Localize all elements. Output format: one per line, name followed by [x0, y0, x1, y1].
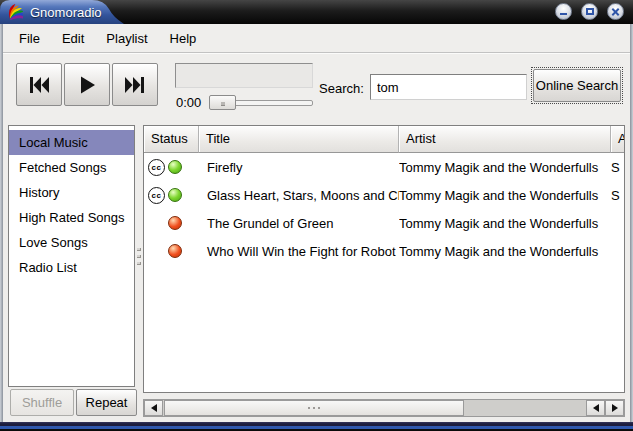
song-status-cell: cc — [144, 187, 199, 204]
column-header-album[interactable]: Album — [611, 126, 624, 153]
horizontal-scrollbar[interactable] — [143, 399, 625, 417]
arrow-left-icon — [151, 404, 157, 412]
search-label: Search: — [319, 81, 364, 96]
window-frame-left — [0, 24, 3, 422]
window-title: Gnomoradio — [30, 5, 102, 20]
song-table: Status Title Artist Album cc Firefly Tom… — [143, 125, 625, 393]
creative-commons-icon: cc — [148, 159, 165, 176]
arrow-left-icon — [593, 404, 599, 412]
elapsed-time-label: 0:00 — [176, 95, 201, 110]
minimize-icon — [560, 13, 567, 15]
splitter-grip-icon — [137, 262, 141, 265]
menu-help[interactable]: Help — [159, 26, 208, 51]
previous-button[interactable] — [16, 63, 62, 106]
song-row[interactable]: cc Glass Heart, Stars, Moons and Cl Tomm… — [144, 181, 624, 209]
creative-commons-icon: cc — [148, 187, 165, 204]
song-row[interactable]: The Grundel of Green Tommy Magik and the… — [144, 209, 624, 237]
song-album-cell: S — [611, 160, 624, 175]
thumb-grip-icon — [318, 407, 320, 409]
maximize-icon — [586, 8, 594, 15]
playlist-sidebar: Local Music Fetched Songs History High R… — [8, 125, 135, 387]
arrow-right-icon — [612, 404, 618, 412]
status-red-icon — [168, 244, 182, 258]
scroll-right-button[interactable] — [605, 400, 624, 416]
sidebar-item-love-songs[interactable]: Love Songs — [9, 230, 134, 255]
song-title-cell: Firefly — [199, 160, 399, 175]
status-green-icon — [168, 160, 182, 174]
song-status-cell — [144, 244, 199, 258]
sidebar-item-history[interactable]: History — [9, 180, 134, 205]
song-status-cell: cc — [144, 159, 199, 176]
repeat-button[interactable]: Repeat — [76, 389, 137, 416]
titlebar-tab: Gnomoradio — [0, 0, 124, 24]
song-artist-cell: Tommy Magik and the Wonderfulls — [399, 216, 611, 231]
window-controls — [555, 3, 624, 20]
column-header-artist[interactable]: Artist — [399, 126, 611, 153]
song-artist-cell: Tommy Magik and the Wonderfulls — [399, 188, 611, 203]
song-artist-cell: Tommy Magik and the Wonderfulls — [399, 244, 611, 259]
song-row[interactable]: cc Firefly Tommy Magik and the Wonderful… — [144, 153, 624, 181]
scrollbar-thumb[interactable] — [164, 400, 464, 416]
song-album-cell: S — [611, 188, 624, 203]
minimize-button[interactable] — [555, 3, 572, 20]
shuffle-button: Shuffle — [10, 389, 74, 416]
splitter-grip-icon — [137, 248, 141, 251]
menu-edit[interactable]: Edit — [51, 26, 95, 51]
skip-forward-icon — [123, 75, 147, 95]
play-icon — [77, 75, 97, 95]
song-info-display — [175, 63, 313, 88]
menubar: File Edit Playlist Help — [3, 24, 630, 53]
song-title-cell: Who Will Win the Fight for Robot I — [199, 244, 399, 259]
sidebar-item-local-music[interactable]: Local Music — [9, 130, 134, 155]
skip-backward-icon — [27, 75, 51, 95]
play-button[interactable] — [64, 63, 110, 106]
window-frame-bottom — [0, 422, 633, 431]
search-input[interactable] — [370, 74, 527, 100]
thumb-grip-icon — [308, 407, 310, 409]
seek-slider[interactable] — [209, 95, 313, 110]
close-button[interactable] — [607, 3, 624, 20]
column-header-title[interactable]: Title — [199, 126, 399, 153]
close-icon — [611, 7, 620, 16]
song-artist-cell: Tommy Magik and the Wonderfulls — [399, 160, 611, 175]
next-button[interactable] — [112, 63, 158, 106]
menu-playlist[interactable]: Playlist — [95, 26, 158, 51]
online-search-button[interactable]: Online Search — [533, 69, 621, 102]
app-icon — [7, 4, 23, 20]
maximize-button[interactable] — [581, 3, 598, 20]
menu-file[interactable]: File — [8, 26, 51, 51]
status-red-icon — [168, 216, 182, 230]
seek-slider-handle[interactable] — [209, 95, 236, 110]
sidebar-item-high-rated-songs[interactable]: High Rated Songs — [9, 205, 134, 230]
sidebar-item-fetched-songs[interactable]: Fetched Songs — [9, 155, 134, 180]
titlebar[interactable]: Gnomoradio — [0, 0, 633, 24]
status-green-icon — [168, 188, 182, 202]
gnomoradio-window: Gnomoradio File Edit Playlist Help — [0, 0, 633, 431]
scroll-left-button[interactable] — [144, 400, 163, 416]
sidebar-item-radio-list[interactable]: Radio List — [9, 255, 134, 280]
song-title-cell: The Grundel of Green — [199, 216, 399, 231]
scrollbar-track[interactable] — [464, 400, 586, 416]
scroll-left-button-secondary[interactable] — [586, 400, 605, 416]
pane-splitter[interactable] — [135, 125, 143, 387]
song-status-cell — [144, 216, 199, 230]
column-header-status[interactable]: Status — [144, 126, 199, 153]
song-row[interactable]: Who Will Win the Fight for Robot I Tommy… — [144, 237, 624, 265]
splitter-grip-icon — [137, 255, 141, 258]
song-title-cell: Glass Heart, Stars, Moons and Cl — [199, 188, 399, 203]
toolbar: 0:00 Search: Online Search — [3, 54, 630, 120]
song-table-header: Status Title Artist Album — [144, 126, 624, 153]
thumb-grip-icon — [313, 407, 315, 409]
online-search-focus-ring: Online Search — [531, 67, 623, 104]
